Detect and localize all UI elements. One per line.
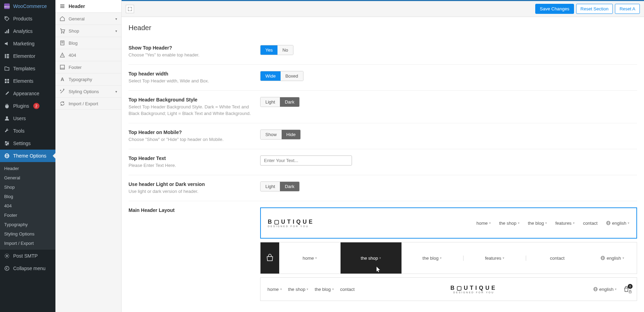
menu-elementor[interactable]: Elementor [0, 50, 55, 62]
option-import-export[interactable]: Import / Export [55, 98, 121, 110]
menu-plugins[interactable]: Plugins 2 [0, 100, 55, 112]
options-sidebar-header[interactable]: Header [55, 0, 121, 13]
submenu-styling-options[interactable]: Styling Options [0, 229, 55, 239]
save-button[interactable]: Save Changes [535, 4, 574, 14]
svg-rect-9 [7, 57, 9, 58]
menu-woocommerce[interactable]: woo WooCommerce [0, 0, 55, 12]
mobile-hide[interactable]: Hide [282, 130, 301, 139]
plugins-badge: 2 [33, 103, 39, 109]
setting-show-top-header: Show Top Header? Choose "Yes" to enable … [129, 39, 637, 65]
option-general-label: General [69, 16, 85, 21]
settings-body: Header Show Top Header? Choose "Yes" to … [122, 17, 644, 312]
menu-collapse[interactable]: Collapse menu [0, 262, 55, 275]
menu-elementor-label: Elementor [13, 53, 35, 59]
top-header-bg-toggle: Light Dark [260, 97, 300, 107]
submenu-footer[interactable]: Footer [0, 211, 55, 220]
menu-users-label: Users [13, 116, 26, 121]
magic-wand-icon [60, 89, 65, 94]
submenu-404[interactable]: 404 [0, 201, 55, 211]
menu-marketing-label: Marketing [13, 41, 34, 46]
top-header-mobile-label: Top Header on Mobile? [129, 130, 260, 135]
option-general[interactable]: General ▾ [55, 13, 121, 25]
option-styling[interactable]: Styling Options ▾ [55, 86, 121, 98]
menu-templates[interactable]: Templates [0, 62, 55, 75]
cart-icon [60, 28, 65, 34]
preview-nav-features: features ▾ [555, 221, 575, 226]
top-header-mobile-desc: Choose "Show" or "Hide" top header on Mo… [129, 136, 260, 143]
header-section-icon [60, 3, 65, 9]
svg-rect-3 [5, 32, 6, 33]
preview-nav: home ▾ the shop ▾ the blog ▾ features ▾ … [476, 221, 629, 226]
menu-templates-label: Templates [13, 66, 35, 71]
show-top-header-yes[interactable]: Yes [261, 45, 277, 55]
layout-option-3[interactable]: home ▾ the shop ▾ the blog ▾ contact B▢U… [260, 277, 637, 301]
preview3-logo-sub: DESIGNED FOR YOU [450, 291, 497, 294]
svg-point-2 [6, 17, 6, 18]
submenu-typography[interactable]: Typography [0, 220, 55, 229]
svg-rect-6 [5, 54, 6, 58]
option-blog[interactable]: Blog [55, 37, 121, 49]
preview2-home: home ▾ [279, 242, 341, 274]
reset-section-button[interactable]: Reset Section [576, 4, 613, 14]
menu-marketing[interactable]: Marketing [0, 37, 55, 50]
menu-theme-options[interactable]: Theme Options [0, 150, 55, 162]
menu-users[interactable]: Users [0, 112, 55, 125]
option-footer[interactable]: Footer [55, 61, 121, 73]
preview-nav-blog: the blog ▾ [528, 221, 547, 226]
top-header-width-toggle: Wide Boxed [260, 71, 303, 81]
header-version-desc: Use light or dark version of header. [129, 188, 260, 195]
svg-text:A: A [61, 77, 64, 82]
submenu-blog[interactable]: Blog [0, 192, 55, 201]
reset-all-button[interactable]: Reset A [615, 4, 640, 14]
main-layout-label: Main Header Layout [129, 207, 260, 213]
svg-point-30 [63, 33, 64, 33]
option-typography-label: Typography [69, 77, 92, 82]
menu-settings[interactable]: Settings [0, 137, 55, 150]
mobile-show[interactable]: Show [261, 130, 282, 139]
top-header-mobile-toggle: Show Hide [260, 130, 301, 140]
preview-nav-shop: the shop ▾ [499, 221, 520, 226]
layout-option-1[interactable]: B▢UTIQUE DESIGNED FOR YOU home ▾ the sho… [260, 207, 637, 239]
megaphone-icon [3, 40, 10, 47]
submenu-import-export[interactable]: Import / Export [0, 239, 55, 248]
submenu-shop[interactable]: Shop [0, 182, 55, 192]
bg-light[interactable]: Light [261, 97, 280, 107]
menu-appearance-label: Appearance [13, 91, 39, 96]
options-sidebar-header-label: Header [69, 3, 85, 9]
menu-tools[interactable]: Tools [0, 125, 55, 137]
chevron-down-icon: ▾ [115, 17, 117, 21]
preview3-logo-text: B▢UTIQUE [450, 285, 497, 291]
option-shop[interactable]: Shop ▾ [55, 25, 121, 37]
width-wide[interactable]: Wide [261, 71, 281, 81]
cart-badge: 0 [628, 284, 633, 289]
layout-footer-icon [60, 64, 65, 70]
show-top-header-no[interactable]: No [277, 45, 293, 55]
submenu-header[interactable]: Header [0, 164, 55, 173]
option-404[interactable]: 404 [55, 49, 121, 61]
user-icon [3, 115, 10, 122]
layout-option-2[interactable]: home ▾ the shop ▾ the blog ▾ | features … [260, 242, 637, 274]
menu-post-smtp[interactable]: Post SMTP [0, 250, 55, 262]
svg-rect-47 [629, 291, 631, 293]
svg-rect-35 [60, 65, 64, 69]
preview-logo-sub: DESIGNED FOR YOU [268, 225, 315, 228]
setting-top-header-text: Top Header Text Please Enter Text Here. [129, 149, 637, 175]
expand-button[interactable] [126, 5, 134, 13]
woocommerce-icon: woo [3, 3, 10, 10]
menu-woocommerce-label: WooCommerce [13, 3, 47, 9]
option-typography[interactable]: A Typography [55, 73, 121, 86]
submenu-general[interactable]: General [0, 173, 55, 182]
width-boxed[interactable]: Boxed [281, 71, 303, 81]
version-dark[interactable]: Dark [280, 182, 299, 191]
svg-rect-8 [7, 56, 9, 57]
bg-dark[interactable]: Dark [280, 97, 299, 107]
svg-point-19 [8, 143, 9, 144]
menu-products[interactable]: Products [0, 12, 55, 25]
home-icon [60, 16, 65, 21]
menu-appearance[interactable]: Appearance [0, 87, 55, 100]
top-header-text-input[interactable] [260, 155, 352, 166]
menu-elements[interactable]: Elements [0, 75, 55, 87]
menu-analytics[interactable]: Analytics [0, 25, 55, 37]
option-footer-label: Footer [69, 65, 82, 70]
version-light[interactable]: Light [261, 182, 280, 191]
